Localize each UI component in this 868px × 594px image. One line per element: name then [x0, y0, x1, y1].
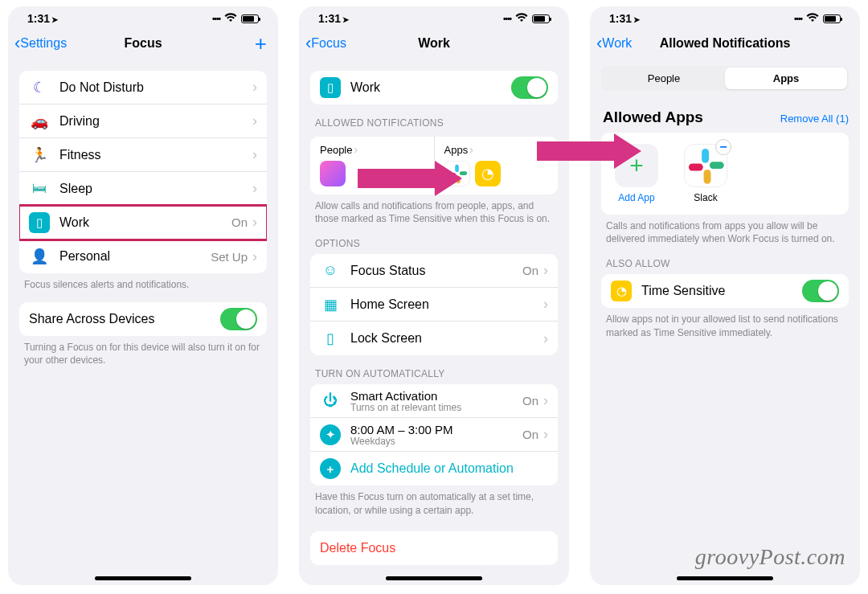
option-focus-status[interactable]: ☺ Focus Status On ›	[310, 254, 558, 288]
page-title: Allowed Notifications	[660, 36, 791, 51]
svg-rect-4	[702, 149, 709, 163]
back-button[interactable]: ‹ Focus	[305, 35, 346, 52]
wifi-icon	[515, 13, 528, 25]
home-indicator[interactable]	[95, 576, 191, 580]
status-bar: 1:31➤ ••••	[299, 6, 569, 27]
chevron-left-icon: ‹	[596, 35, 602, 52]
delete-focus-button[interactable]: Delete Focus	[310, 531, 558, 565]
segment-apps[interactable]: Apps	[725, 68, 847, 89]
chevron-right-icon: ›	[543, 426, 548, 443]
work-toggle[interactable]	[511, 76, 548, 99]
watermark: groovyPost.com	[695, 544, 845, 570]
auto-header: TURN ON AUTOMATICALLY	[310, 355, 558, 384]
allowed-footer: Allow calls and notifications from peopl…	[310, 195, 558, 225]
badge-icon: ▯	[320, 77, 341, 98]
remove-app-badge[interactable]: −	[715, 139, 731, 155]
svg-rect-7	[689, 164, 703, 171]
home-indicator[interactable]	[677, 576, 773, 580]
allowed-app-slack[interactable]: − Slack	[680, 144, 731, 203]
segment-people[interactable]: People	[603, 68, 725, 89]
location-icon: ➤	[342, 15, 349, 24]
option-lock-screen[interactable]: ▯ Lock Screen ›	[310, 322, 558, 355]
work-toggle-row[interactable]: ▯ Work	[310, 71, 558, 104]
chevron-right-icon: ›	[543, 330, 548, 347]
auto-smart-activation[interactable]: ⏻ Smart Activation Turns on at relevant …	[310, 384, 558, 418]
screen-allowed-notifications: 1:31➤ •••• ‹ Work Allowed Notifications …	[590, 6, 860, 585]
allowed-apps[interactable]: Apps› ◔	[434, 137, 559, 195]
focus-item-personal[interactable]: 👤 Personal Set Up ›	[19, 240, 267, 273]
home-screen-icon: ▦	[320, 294, 341, 315]
svg-rect-3	[448, 173, 455, 177]
page-title: Focus	[124, 36, 162, 51]
power-icon: ⏻	[320, 391, 341, 412]
home-indicator[interactable]	[386, 576, 482, 580]
moon-icon: ☾	[29, 77, 50, 98]
clock-app-icon: ◔	[611, 281, 632, 301]
focus-item-work[interactable]: ▯ Work On ›	[19, 206, 267, 240]
wifi-icon	[806, 13, 819, 25]
add-app-button[interactable]: + Add App	[611, 144, 662, 203]
chevron-right-icon: ›	[469, 143, 473, 156]
chevron-right-icon: ›	[354, 143, 358, 156]
allowed-apps-grid: + Add App − Slack	[601, 133, 849, 215]
chevron-right-icon: ›	[543, 262, 548, 279]
allowed-header: ALLOWED NOTIFICATIONS	[310, 104, 558, 133]
nav-bar: ‹ Work Allowed Notifications	[590, 27, 860, 59]
status-bar: 1:31➤ ••••	[8, 6, 278, 27]
back-button[interactable]: ‹ Work	[596, 35, 632, 52]
nav-bar: ‹ Focus Work	[299, 27, 569, 59]
allowed-apps-footer: Calls and notifications from apps you al…	[601, 215, 849, 245]
page-title: Work	[418, 36, 450, 51]
add-schedule-button[interactable]: + Add Schedule or Automation	[310, 452, 558, 485]
share-across-devices-row[interactable]: Share Across Devices	[19, 302, 267, 336]
signal-icon: ••••	[212, 14, 220, 23]
people-apps-segment[interactable]: People Apps	[601, 66, 849, 91]
svg-rect-1	[459, 171, 466, 175]
svg-rect-6	[704, 170, 711, 184]
chevron-right-icon: ›	[252, 180, 257, 197]
svg-rect-2	[457, 176, 461, 183]
location-icon: ➤	[51, 15, 58, 24]
chevron-left-icon: ‹	[305, 35, 311, 52]
auto-schedule-time[interactable]: ✦ 8:00 AM – 3:00 PM Weekdays On ›	[310, 418, 558, 452]
focus-item-driving[interactable]: 🚗 Driving ›	[19, 104, 267, 138]
chevron-right-icon: ›	[252, 214, 257, 231]
remove-all-link[interactable]: Remove All (1)	[780, 113, 849, 125]
slack-icon	[444, 161, 470, 186]
also-allow-header: ALSO ALLOW	[601, 245, 849, 274]
focus-item-fitness[interactable]: 🏃 Fitness ›	[19, 138, 267, 172]
battery-icon	[241, 14, 259, 23]
allowed-people[interactable]: People›	[310, 137, 434, 195]
time-sensitive-row[interactable]: ◔ Time Sensitive	[601, 274, 849, 308]
person-avatar	[320, 161, 346, 186]
focus-footer: Focus silences alerts and notifications.	[19, 273, 267, 291]
focus-item-dnd[interactable]: ☾ Do Not Disturb ›	[19, 71, 267, 104]
location-icon: ➤	[633, 15, 640, 24]
back-button[interactable]: ‹ Settings	[14, 35, 67, 52]
wifi-icon	[224, 13, 237, 25]
chevron-right-icon: ›	[543, 392, 548, 409]
option-home-screen[interactable]: ▦ Home Screen ›	[310, 288, 558, 322]
allowed-apps-title: Allowed Apps	[601, 100, 705, 126]
signal-icon: ••••	[503, 14, 511, 23]
chevron-right-icon: ›	[543, 296, 548, 313]
screen-focus-list: 1:31➤ •••• ‹ Settings Focus + ☾ Do Not D…	[8, 6, 278, 585]
time-sensitive-toggle[interactable]	[802, 280, 839, 302]
share-toggle[interactable]	[220, 308, 257, 330]
allowed-notifications-box: People› Apps›	[310, 137, 558, 195]
badge-icon: ▯	[29, 212, 50, 233]
auto-footer: Have this Focus turn on automatically at…	[310, 485, 558, 516]
bed-icon: 🛏	[29, 178, 50, 199]
add-button[interactable]: +	[255, 33, 267, 54]
status-bar: 1:31➤ ••••	[590, 6, 860, 27]
focus-item-sleep[interactable]: 🛏 Sleep ›	[19, 172, 267, 206]
battery-icon	[532, 14, 550, 23]
chevron-right-icon: ›	[252, 146, 257, 163]
plus-circle-icon: +	[320, 458, 341, 479]
person-status-icon: ☺	[320, 260, 341, 281]
options-header: OPTIONS	[310, 225, 558, 254]
clock-icon: ✦	[320, 424, 341, 445]
person-icon: 👤	[29, 246, 50, 267]
nav-bar: ‹ Settings Focus +	[8, 27, 278, 59]
lock-screen-icon: ▯	[320, 328, 341, 349]
